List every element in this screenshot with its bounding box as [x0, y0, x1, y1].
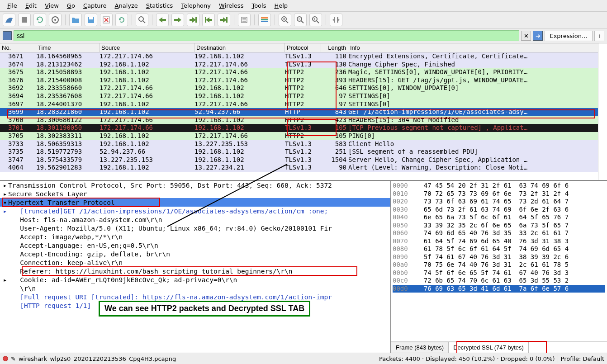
col-dest[interactable]: Destination — [194, 43, 285, 52]
col-len[interactable]: Length — [321, 43, 348, 52]
go-first-icon[interactable] — [202, 14, 215, 26]
close-file-icon[interactable] — [100, 14, 113, 26]
packet-bytes-pane[interactable]: 0000 47 45 54 20 2f 31 2f 61 63 74 69 6f… — [391, 181, 607, 353]
packet-list-header[interactable]: No. Time Source Destination Protocol Len… — [0, 43, 607, 52]
shark-fin-icon[interactable] — [3, 14, 15, 26]
expression-button[interactable]: Expression… — [545, 31, 593, 41]
col-time[interactable]: Time — [36, 43, 100, 52]
detail-row[interactable]: ▸ [truncated]GET /1/action-impressions/1… — [0, 207, 390, 215]
col-proto[interactable]: Protocol — [285, 43, 321, 52]
packet-row[interactable]: 374718.57543357913.227.235.153192.168.1.… — [0, 156, 607, 164]
hex-row[interactable]: 00b0 74 5f 6f 6e 65 5f 74 61 67 40 76 3d… — [393, 269, 605, 277]
menu-view[interactable]: View — [41, 1, 62, 10]
profile-label[interactable]: Profile: Default — [561, 355, 604, 362]
menu-help[interactable]: Help — [270, 1, 291, 10]
detail-row[interactable]: ▾Hypertext Transfer Protocol — [0, 198, 390, 207]
hex-row[interactable]: 00d0 76 69 63 65 3d 41 6d 61 7a 6f 6e 57… — [393, 285, 605, 293]
detail-row[interactable]: Accept: image/webp,*/*\r\n — [0, 232, 390, 241]
detail-row[interactable]: Connection: keep-alive\r\n — [0, 258, 390, 267]
detail-row[interactable]: ▸ Cookie: ad-id=AWEr_rLQt0n9jkE0cOvc_Qk;… — [0, 275, 390, 284]
colorize-icon[interactable] — [258, 14, 271, 26]
packet-row[interactable]: 373318.506359313192.168.1.10213.227.235.… — [0, 140, 607, 148]
go-last-icon[interactable] — [218, 14, 230, 26]
col-source[interactable]: Source — [100, 43, 194, 52]
packet-row[interactable]: 369218.233558660172.217.174.66192.168.1.… — [0, 84, 607, 92]
detail-row[interactable]: Host: fls-na.amazon-adsystem.com\r\n — [0, 215, 390, 224]
packet-row[interactable]: 367518.215058893192.168.1.102172.217.174… — [0, 68, 607, 76]
edit-icon[interactable]: ✎ — [11, 355, 16, 362]
menubar: FileEditViewGoCaptureAnalyzeStatisticsTe… — [0, 0, 607, 12]
menu-telephony[interactable]: Telephony — [177, 1, 214, 10]
hex-row[interactable]: 0010 70 72 65 73 73 69 6f 6e 73 2f 31 2f… — [393, 190, 605, 198]
go-forward-icon[interactable] — [171, 14, 184, 26]
menu-capture[interactable]: Capture — [80, 1, 110, 10]
frame-tab[interactable]: Frame (843 bytes) — [391, 342, 449, 353]
packet-row[interactable]: 370018.300680122172.217.174.66192.168.1.… — [0, 116, 607, 124]
menu-edit[interactable]: Edit — [22, 1, 40, 10]
resize-columns-icon[interactable] — [330, 14, 342, 26]
detail-row[interactable]: \r\n — [0, 284, 390, 293]
options-icon[interactable] — [49, 14, 62, 26]
menu-wireless[interactable]: Wireless — [215, 1, 247, 10]
hex-row[interactable]: 00a0 70 75 6e 74 40 76 3d 31 2c 61 61 78… — [393, 261, 605, 269]
menu-statistics[interactable]: Statistics — [142, 1, 176, 10]
filter-bookmark-icon[interactable] — [3, 31, 12, 40]
packet-row[interactable]: 367118.164568965172.217.174.66192.168.1.… — [0, 52, 607, 61]
hex-row[interactable]: 0030 65 6d 73 2f 61 63 74 69 6f 6e 2f 63… — [393, 206, 605, 214]
detail-row[interactable]: Referer: https://linuxhint.com/bash_scri… — [0, 267, 390, 275]
hex-row[interactable]: 0040 6e 65 6a 73 5f 6c 6f 61 64 5f 65 76… — [393, 213, 605, 222]
hex-row[interactable]: 0050 33 39 32 35 2c 6f 6e 65 6a 73 5f 65… — [393, 222, 605, 230]
hex-row[interactable]: 0080 61 78 5f 6c 6f 61 64 5f 74 69 6d 65… — [393, 245, 605, 253]
packet-row[interactable]: 373518.51977279352.94.237.66192.168.1.10… — [0, 148, 607, 156]
hex-row[interactable]: 0060 74 69 6d 65 40 76 3d 35 33 2c 61 61… — [393, 229, 605, 237]
hex-row[interactable]: 0000 47 45 54 20 2f 31 2f 61 63 74 69 6f… — [393, 182, 605, 190]
menu-tools[interactable]: Tools — [248, 1, 270, 10]
packet-row[interactable]: 370118.301190050172.217.174.66192.168.1.… — [0, 124, 607, 132]
zoom-in-icon[interactable] — [279, 14, 291, 26]
menu-go[interactable]: Go — [63, 1, 79, 10]
packet-list-scrollbar[interactable] — [598, 43, 607, 180]
capture-stop-dot-icon[interactable] — [3, 356, 8, 361]
menu-file[interactable]: File — [4, 1, 21, 10]
menu-analyze[interactable]: Analyze — [111, 1, 142, 10]
auto-scroll-icon[interactable] — [238, 14, 251, 26]
apply-filter-button[interactable]: ➜ — [533, 31, 543, 41]
restart-icon[interactable] — [33, 14, 46, 26]
stop-icon[interactable] — [18, 14, 31, 26]
packet-row[interactable]: 370518.302383311192.168.1.102172.217.174… — [0, 132, 607, 140]
save-icon[interactable] — [85, 14, 97, 26]
hex-row[interactable]: 0090 5f 74 61 67 40 76 3d 31 38 39 39 2c… — [393, 253, 605, 261]
packet-details-pane[interactable]: We can see HTTP2 packets and Decrypted S… — [0, 181, 391, 353]
svg-rect-10 — [226, 17, 228, 23]
zoom-reset-icon[interactable]: 1 — [309, 14, 322, 26]
packet-row[interactable]: 369418.235367608172.217.174.66192.168.1.… — [0, 92, 607, 100]
col-no[interactable]: No. — [0, 43, 36, 52]
add-filter-button[interactable]: + — [594, 31, 604, 41]
go-to-packet-icon[interactable] — [187, 14, 199, 26]
clear-filter-button[interactable]: ✕ — [521, 31, 531, 41]
display-filter-input[interactable] — [14, 30, 519, 41]
col-info[interactable]: Info — [348, 43, 607, 52]
packet-list-pane[interactable]: No. Time Source Destination Protocol Len… — [0, 43, 607, 180]
detail-row[interactable]: ▸Secure Sockets Layer — [0, 189, 390, 198]
hex-row[interactable]: 0020 73 73 6f 63 69 61 74 65 73 2d 61 64… — [393, 198, 605, 206]
hex-row[interactable]: 00c0 72 6b 65 74 70 6c 61 63 65 3d 55 53… — [393, 277, 605, 285]
decrypted-ssl-tab[interactable]: Decrypted SSL (747 bytes) — [448, 342, 529, 353]
detail-row[interactable]: [Full request URI [truncated]: https://f… — [0, 293, 390, 301]
packet-row[interactable]: 406419.562901283192.168.1.10213.227.234.… — [0, 164, 607, 172]
reload-icon[interactable] — [115, 14, 128, 26]
detail-row[interactable]: Accept-Language: en-US,en;q=0.5\r\n — [0, 241, 390, 250]
detail-row[interactable]: Accept-Encoding: gzip, deflate, br\r\n — [0, 250, 390, 258]
packet-row[interactable]: 367618.215400008192.168.1.102172.217.174… — [0, 76, 607, 85]
detail-row[interactable]: User-Agent: Mozilla/5.0 (X11; Ubuntu; Li… — [0, 224, 390, 232]
main-toolbar: 1 — [0, 12, 607, 28]
find-icon[interactable] — [136, 14, 148, 26]
packet-row[interactable]: 369718.244001370192.168.1.102172.217.174… — [0, 100, 607, 109]
go-back-icon[interactable] — [156, 14, 169, 26]
packet-row[interactable]: 367418.213123462192.168.1.102172.217.174… — [0, 61, 607, 69]
hex-row[interactable]: 0070 61 64 5f 74 69 6d 65 40 76 3d 31 38… — [393, 237, 605, 246]
detail-row[interactable]: ▸Transmission Control Protocol, Src Port… — [0, 181, 390, 189]
zoom-out-icon[interactable] — [294, 14, 307, 26]
open-icon[interactable] — [69, 14, 82, 26]
packet-row[interactable]: 369918.283221860192.168.1.10252.94.237.6… — [0, 108, 607, 116]
